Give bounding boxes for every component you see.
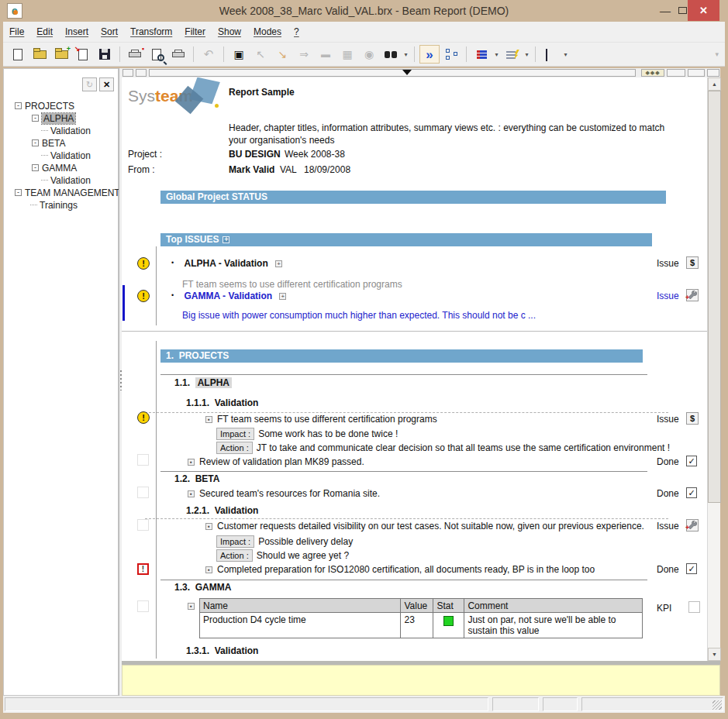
demote-button[interactable]: ↘: [272, 45, 292, 64]
collapse-icon[interactable]: -: [32, 139, 39, 146]
expand-icon[interactable]: +: [279, 293, 286, 300]
item-b2[interactable]: ▪Customer requests detailed visibility o…: [205, 521, 644, 532]
collapse-icon[interactable]: -: [32, 164, 39, 171]
tree-item-alpha[interactable]: - ALPHA: [32, 112, 75, 124]
print-setup-button[interactable]: ▪: [125, 45, 145, 64]
menu-sort[interactable]: Sort: [101, 26, 118, 37]
heading-1-3[interactable]: 1.3. GAMMA: [174, 582, 231, 593]
open-file-button[interactable]: [29, 45, 50, 64]
done-checkbox[interactable]: ✓: [686, 456, 697, 466]
tree-item-team-management[interactable]: - TEAM MANAGEMENT: [15, 187, 120, 198]
section-global-status[interactable]: Global Project STATUS: [160, 191, 666, 204]
presentation-button[interactable]: [540, 45, 561, 64]
menu-transform[interactable]: Transform: [130, 26, 172, 37]
collapse-icon[interactable]: -: [15, 189, 22, 196]
tree-label[interactable]: BETA: [42, 138, 65, 149]
collapse-icon[interactable]: -: [15, 102, 22, 109]
tree-item-gamma-validation[interactable]: Validation: [41, 174, 91, 186]
tree-label[interactable]: GAMMA: [42, 163, 77, 174]
collapse-item-icon[interactable]: ▪: [205, 523, 212, 530]
tree-label[interactable]: Validation: [50, 126, 91, 136]
ruler-segment[interactable]: [667, 69, 685, 77]
ruler-marker-icon[interactable]: [402, 70, 412, 75]
heading-1-2[interactable]: 1.2. BETA: [174, 473, 219, 484]
heading-title-highlighted[interactable]: ALPHA: [195, 377, 232, 388]
tree-item-projects[interactable]: - PROJECTS: [15, 100, 74, 112]
issue-row-gamma[interactable]: • GAMMA - Validation +: [171, 291, 291, 301]
section-chapter-projects[interactable]: 1. PROJECTS: [160, 349, 643, 363]
levels-dropdown[interactable]: ▾: [493, 51, 500, 58]
print-button[interactable]: [168, 45, 188, 64]
scroll-up-button[interactable]: ▲: [708, 77, 721, 91]
resize-grip-icon[interactable]: [712, 700, 722, 710]
tree-item-beta[interactable]: - BETA: [32, 137, 65, 149]
kpi-checkbox[interactable]: [688, 601, 700, 613]
item-a1[interactable]: ▪FT team seems to use different certific…: [205, 414, 437, 425]
column-header-value[interactable]: Value: [401, 599, 433, 613]
done-checkbox[interactable]: ✓: [686, 563, 697, 574]
expand-icon[interactable]: +: [275, 260, 282, 267]
tree-label[interactable]: Trainings: [40, 200, 78, 211]
collapse-item-icon[interactable]: ▪: [188, 459, 195, 466]
tree-label[interactable]: PROJECTS: [25, 101, 74, 112]
ruler-options-button[interactable]: ◆◆◆: [641, 69, 664, 77]
focus-block-button[interactable]: ▣: [229, 45, 249, 64]
heading-1-1[interactable]: 1.1. ALPHA: [174, 377, 232, 388]
title-bar[interactable]: e Week 2008_38_Marc Valid_VAL.brx - Beam…: [0, 0, 728, 22]
globe-button[interactable]: ◉: [359, 45, 379, 64]
vertical-scrollbar[interactable]: ▲ ▼: [707, 77, 720, 661]
heading-1-1-1[interactable]: 1.1.1. Validation: [186, 397, 258, 408]
close-button[interactable]: ✕: [688, 0, 719, 21]
scrollbar-thumb[interactable]: [708, 91, 721, 503]
tree-item-trainings[interactable]: Trainings: [30, 199, 78, 211]
menu-file[interactable]: File: [9, 26, 24, 37]
new-document-button[interactable]: [8, 45, 28, 64]
menu-show[interactable]: Show: [218, 26, 241, 37]
tree-item-alpha-validation[interactable]: Validation: [41, 125, 91, 136]
issue-title[interactable]: GAMMA - Validation: [185, 291, 273, 301]
collapse-item-icon[interactable]: ▪: [205, 416, 212, 423]
column-header-stat[interactable]: Stat: [433, 599, 464, 613]
column-header-name[interactable]: Name: [200, 599, 401, 613]
collapse-icon[interactable]: -: [32, 115, 39, 122]
import-button[interactable]: ↘: [73, 45, 93, 64]
ruler-segment[interactable]: [688, 69, 705, 77]
column-header-comment[interactable]: Comment: [464, 599, 643, 613]
ruler-segment[interactable]: [707, 69, 719, 77]
tree-label[interactable]: Validation: [50, 175, 91, 186]
menu-edit[interactable]: Edit: [36, 26, 53, 37]
forward-button[interactable]: ⇒: [294, 45, 314, 64]
heading-1-2-1[interactable]: 1.2.1. Validation: [186, 505, 258, 516]
toolbar-overflow-icon[interactable]: ▾: [715, 50, 719, 58]
menu-modes[interactable]: Modes: [254, 26, 281, 37]
item-a2[interactable]: ▪Review of validation plan MK89 passed.: [188, 456, 364, 467]
ruler-segment[interactable]: [149, 69, 636, 77]
tree-item-beta-validation[interactable]: Validation: [41, 150, 91, 161]
item-b1[interactable]: ▪Secured team's resources for Romania si…: [188, 488, 380, 499]
promote-button[interactable]: ↖: [250, 45, 271, 64]
menu-filter[interactable]: Filter: [185, 26, 205, 37]
heading-1-3-1[interactable]: 1.3.1. Validation: [186, 645, 258, 656]
tree-label[interactable]: TEAM MANAGEMENT: [25, 187, 120, 198]
open-append-button[interactable]: +: [51, 45, 71, 64]
tree-refresh-button[interactable]: ↻: [82, 77, 97, 91]
tree-label[interactable]: Validation: [50, 150, 91, 161]
quick-format-button[interactable]: [502, 45, 522, 64]
ruler-segment[interactable]: [122, 69, 133, 77]
collapse-item-icon[interactable]: ▪: [188, 603, 195, 610]
menu-insert[interactable]: Insert: [65, 26, 88, 37]
save-button[interactable]: [95, 45, 115, 64]
tree-close-button[interactable]: ✕: [99, 77, 114, 91]
collapse-item-icon[interactable]: ▪: [205, 566, 212, 573]
issue-title[interactable]: ALPHA - Validation: [185, 258, 268, 269]
find-dropdown[interactable]: ▾: [402, 51, 409, 58]
undo-button[interactable]: ↶: [198, 45, 219, 64]
tree-item-gamma[interactable]: - GAMMA: [32, 162, 77, 174]
notes-pane[interactable]: [122, 665, 720, 696]
table-button[interactable]: ▦: [337, 45, 357, 64]
menu-help[interactable]: ?: [294, 26, 299, 37]
ruler-segment[interactable]: [136, 69, 147, 77]
print-preview-button[interactable]: [147, 45, 167, 64]
presentation-dropdown[interactable]: ▾: [562, 51, 569, 58]
section-top-issues[interactable]: Top ISSUES+: [160, 233, 652, 246]
